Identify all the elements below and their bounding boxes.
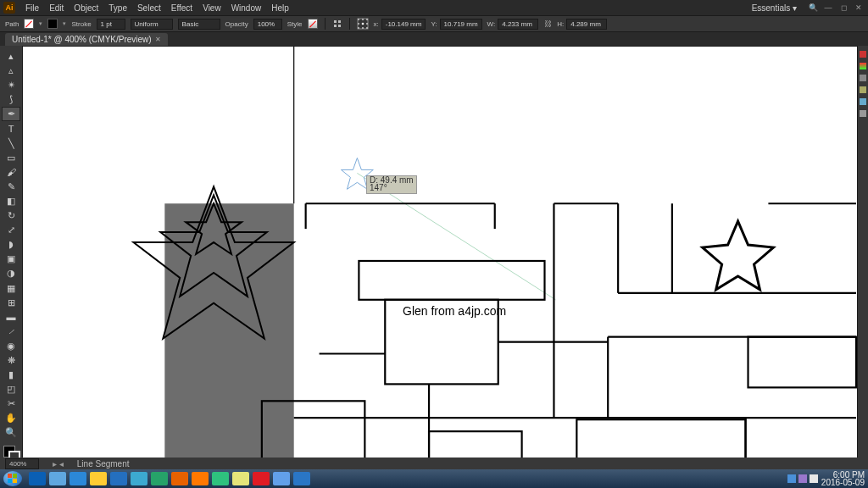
workspace-switcher[interactable]: Essentials ▾ [752, 3, 797, 13]
svg-rect-0 [334, 20, 337, 23]
pen-tool[interactable]: ✒ [2, 107, 20, 121]
line-segment-tool[interactable]: ╲ [2, 136, 20, 151]
close-button[interactable]: ✕ [853, 3, 865, 13]
panel-color-icon[interactable] [860, 51, 866, 58]
free-transform-tool[interactable]: ▣ [2, 252, 20, 266]
menu-view[interactable]: View [198, 3, 226, 13]
menu-effect[interactable]: Effect [166, 3, 198, 13]
document-tabs: Untitled-1* @ 400% (CMYK/Preview) ✕ [0, 32, 868, 46]
menu-edit[interactable]: Edit [44, 3, 69, 13]
taskbar-app-10[interactable] [232, 472, 249, 485]
selection-tool[interactable]: ▴ [2, 49, 20, 64]
hand-tool[interactable]: ✋ [2, 411, 20, 425]
type-tool[interactable]: T [2, 121, 20, 136]
eyedropper-tool[interactable]: ⟋ [2, 324, 20, 339]
tray-network-icon[interactable] [787, 474, 796, 483]
width-input[interactable]: 4.233 mm [498, 19, 538, 30]
start-button[interactable] [3, 471, 22, 486]
graphic-style[interactable] [308, 19, 318, 29]
tray-flag-icon[interactable] [810, 474, 818, 483]
pencil-tool[interactable]: ✎ [2, 180, 20, 194]
perspective-grid-tool[interactable]: ▦ [2, 281, 20, 296]
fill-swatch[interactable] [24, 19, 34, 29]
smart-guide-readout: D: 49.4 mm 147° [366, 175, 417, 194]
svg-rect-46 [8, 479, 12, 483]
magic-wand-tool[interactable]: ✴ [2, 78, 20, 92]
blend-tool[interactable]: ◉ [2, 339, 20, 353]
panel-layers-icon[interactable] [860, 98, 866, 105]
panel-swatches-icon[interactable] [860, 63, 866, 69]
panel-brushes-icon[interactable] [860, 86, 866, 93]
zoom-tool[interactable]: 🔍 [2, 425, 20, 440]
taskbar-app-2[interactable] [70, 472, 86, 485]
eraser-tool[interactable]: ◧ [2, 194, 20, 208]
brush-definition[interactable]: Basic [178, 19, 220, 30]
symbol-sprayer-tool[interactable]: ❋ [2, 353, 20, 368]
svg-marker-21 [703, 221, 774, 290]
taskbar-app-13[interactable] [293, 472, 310, 485]
taskbar-app-3[interactable] [90, 472, 107, 485]
slice-tool[interactable]: ✂ [2, 396, 20, 411]
canvas[interactable]: D: 49.4 mm 147° Glen from a4jp.com [22, 46, 858, 464]
panel-stroke-icon[interactable] [860, 75, 866, 81]
y-position-input[interactable]: 10.719 mm [440, 19, 482, 30]
opacity-input[interactable]: 100% [253, 19, 282, 30]
taskbar-app-5[interactable] [131, 472, 147, 485]
svg-point-11 [358, 27, 359, 29]
taskbar-app-8[interactable] [192, 472, 209, 485]
taskbar-app-9[interactable] [212, 472, 229, 485]
scale-tool[interactable]: ⤢ [2, 223, 20, 237]
close-tab-icon[interactable]: ✕ [155, 36, 161, 43]
panel-appearance-icon[interactable] [860, 110, 866, 117]
maximize-button[interactable]: ◻ [837, 3, 849, 13]
height-input[interactable]: 4.289 mm [566, 19, 607, 30]
menu-select[interactable]: Select [132, 3, 166, 13]
taskbar-app-12[interactable] [273, 472, 290, 485]
link-dimensions-icon[interactable]: ⛓ [543, 18, 552, 30]
clock[interactable]: 6:00 PM 2016-05-09 [821, 471, 865, 486]
taskbar-app-7[interactable] [171, 472, 188, 485]
transform-anchor[interactable] [357, 18, 369, 30]
taskbar-app-11[interactable] [253, 472, 270, 485]
stroke-swatch[interactable] [47, 19, 58, 29]
lasso-tool[interactable]: ⟆ [2, 92, 20, 107]
current-tool-status: Line Segment [77, 459, 130, 469]
svg-point-10 [366, 23, 368, 25]
variable-width-profile[interactable]: Uniform [131, 19, 173, 30]
rotate-tool[interactable]: ↻ [2, 208, 20, 223]
svg-point-8 [358, 23, 359, 25]
width-tool[interactable]: ◗ [2, 237, 20, 252]
stroke-weight-input[interactable]: 1 pt [97, 19, 125, 30]
direct-selection-tool[interactable]: ▵ [2, 64, 20, 78]
mesh-tool[interactable]: ⊞ [2, 296, 20, 310]
shape-builder-tool[interactable]: ◑ [2, 266, 20, 280]
align-icon[interactable] [332, 19, 342, 29]
rectangle-tool[interactable]: ▭ [2, 151, 20, 165]
taskbar-app-4[interactable] [110, 472, 127, 485]
column-graph-tool[interactable]: ▮ [2, 368, 20, 382]
taskbar-app-0[interactable] [29, 472, 46, 485]
x-position-input[interactable]: -10.149 mm [381, 19, 426, 30]
menu-file[interactable]: File [20, 3, 44, 13]
search-icon[interactable]: 🔍 [807, 3, 819, 13]
tab-title: Untitled-1* @ 400% (CMYK/Preview) [12, 35, 152, 44]
document-tab[interactable]: Untitled-1* @ 400% (CMYK/Preview) ✕ [5, 33, 168, 46]
taskbar-app-1[interactable] [49, 472, 66, 485]
taskbar-app-6[interactable] [151, 472, 168, 485]
svg-point-6 [362, 19, 364, 20]
minimize-button[interactable]: — [822, 3, 834, 13]
system-tray[interactable]: 6:00 PM 2016-05-09 [787, 471, 865, 486]
artwork [23, 47, 857, 463]
zoom-level[interactable]: 400% [5, 458, 39, 469]
gradient-tool[interactable]: ▬ [2, 310, 20, 324]
windows-taskbar: 6:00 PM 2016-05-09 [0, 469, 868, 488]
opacity-label: Opacity [225, 20, 248, 28]
menu-type[interactable]: Type [103, 3, 132, 13]
menu-object[interactable]: Object [69, 3, 103, 13]
artboard-tool[interactable]: ◰ [2, 382, 20, 396]
menu-help[interactable]: Help [266, 3, 294, 13]
control-bar: Path ▾ ▾ Stroke 1 pt Uniform Basic Opaci… [0, 15, 868, 32]
tray-sound-icon[interactable] [798, 474, 807, 483]
paintbrush-tool[interactable]: 🖌 [2, 165, 20, 180]
menu-window[interactable]: Window [226, 3, 267, 13]
